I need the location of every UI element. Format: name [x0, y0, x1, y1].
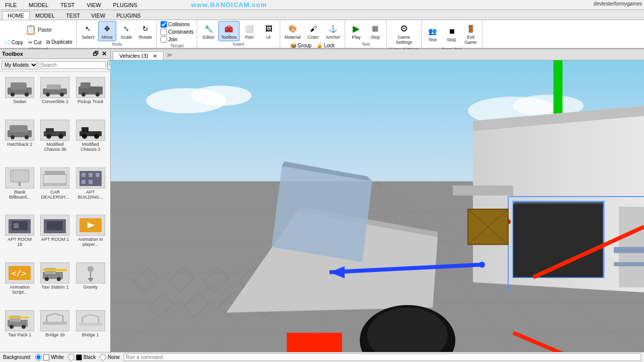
bg-option-none[interactable]: None	[100, 354, 120, 360]
menu-model[interactable]: MODEL	[26, 1, 51, 9]
btn-game-settings[interactable]: ⚙ GameSettings	[393, 21, 415, 46]
btn-copy[interactable]: 📄 Copy	[2, 38, 25, 46]
model-name-3: Hatchback 2	[7, 142, 32, 147]
model-item-11[interactable]: Animation in player...	[74, 213, 107, 258]
group-edit: 🎨 Material 🖌 Color ⚓ Anchor 📦 Group 🔒 Lo…	[280, 20, 346, 48]
model-item-9[interactable]: APT ROOM 1b	[3, 213, 36, 258]
command-input[interactable]	[124, 353, 641, 361]
menu-test[interactable]: TEST	[57, 1, 77, 9]
black-swatch	[76, 354, 82, 360]
tab-vehicles3[interactable]: Vehicles (3) ✕	[113, 51, 164, 60]
model-item-15[interactable]: Taxi Pack 1	[3, 308, 36, 349]
btn-team-test[interactable]: 👥 Test	[424, 24, 442, 44]
toolbox-icon: 🧰	[223, 23, 235, 35]
toolbox-header: Toolbox 🗗 ✕	[0, 49, 110, 59]
tab-home[interactable]: HOME	[2, 11, 30, 20]
model-item-12[interactable]: </>Animation Script...	[3, 260, 36, 306]
svg-point-23	[94, 134, 99, 139]
background-label: Background:	[3, 354, 31, 360]
menu-bar: FILE MODEL TEST VIEW PLUGINS www.BANDICA…	[0, 0, 644, 10]
team-test-icon: 👥	[427, 25, 439, 37]
model-item-10[interactable]: APT ROOM 1	[38, 213, 71, 258]
tab-test[interactable]: TEST	[60, 11, 86, 20]
btn-rotate[interactable]: ↻ Rotate	[136, 21, 155, 41]
model-category-select[interactable]: My Models	[2, 61, 38, 69]
model-item-2[interactable]: Pickup Truck	[74, 75, 107, 116]
model-item-1[interactable]: Convertible 2	[38, 75, 71, 116]
svg-rect-27	[44, 175, 66, 183]
bandicam-logo: www.BANDICAM.com	[191, 1, 267, 9]
svg-rect-33	[82, 180, 86, 184]
svg-rect-9	[80, 82, 91, 88]
model-item-17[interactable]: Bridge 1	[74, 308, 107, 349]
btn-stop[interactable]: ⏹ Stop	[366, 21, 384, 41]
btn-editor[interactable]: 🔧 Editor	[199, 21, 217, 41]
white-label: White	[51, 354, 64, 360]
btn-move[interactable]: ✥ Move	[98, 21, 116, 41]
toolbox-restore-btn[interactable]: 🗗	[91, 50, 100, 57]
btn-play[interactable]: ▶ Play	[347, 21, 365, 41]
viewport[interactable]	[111, 60, 644, 352]
btn-toolbox[interactable]: 🧰 Toolbox	[218, 21, 239, 41]
toolbox-filter: My Models 🔍	[0, 59, 110, 72]
model-name-1: Convertible 2	[42, 99, 68, 104]
svg-text:</>: </>	[12, 268, 26, 278]
btn-team-stop[interactable]: ⏹ Stop	[443, 24, 461, 44]
model-thumb-7	[40, 167, 69, 189]
menu-file[interactable]: FILE	[2, 1, 20, 9]
model-thumb-3	[5, 120, 34, 141]
model-item-0[interactable]: Sedan	[3, 75, 36, 116]
svg-point-48	[57, 277, 61, 281]
btn-color[interactable]: 🖌 Color	[304, 21, 323, 41]
model-item-4[interactable]: Modified Chassis 3b	[38, 118, 71, 163]
group-insert: 🔧 Editor 🧰 Toolbox ⬜ Part 🖼 UI	[197, 20, 280, 48]
bg-option-white[interactable]: White	[35, 354, 64, 360]
btn-material[interactable]: 🎨 Material	[282, 21, 303, 41]
btn-group[interactable]: 📦 Group	[288, 42, 314, 49]
btn-cut[interactable]: ✂ Cut	[26, 38, 43, 46]
play-icon: ▶	[350, 23, 362, 35]
part-icon: ⬜	[244, 23, 256, 35]
tab-expand[interactable]: ≫	[164, 50, 176, 60]
svg-point-11	[96, 93, 100, 97]
tab-model[interactable]: MODEL	[30, 11, 60, 20]
menu-plugins[interactable]: PLUGINS	[110, 1, 140, 9]
btn-anchor[interactable]: ⚓ Anchor	[324, 21, 343, 41]
svg-rect-31	[89, 173, 93, 177]
check-collisions[interactable]: Collisions	[160, 21, 194, 28]
menu-view[interactable]: VIEW	[84, 1, 104, 9]
btn-ui[interactable]: 🖼 UI	[260, 21, 278, 41]
collisions-label: Terrain	[170, 43, 184, 48]
model-item-5[interactable]: Modified Chassis 3	[74, 118, 107, 163]
btn-lock[interactable]: 🔒 Lock	[314, 42, 337, 49]
model-item-14[interactable]: Gravity	[74, 260, 107, 306]
tab-view[interactable]: VIEW	[86, 11, 111, 20]
btn-select[interactable]: ↖ Select	[79, 21, 97, 41]
btn-exit-game[interactable]: 🚪 ExitGame	[462, 21, 480, 46]
btn-scale[interactable]: ⤡ Scale	[117, 21, 135, 41]
model-item-7[interactable]: CAR DEALERSH...	[38, 165, 71, 211]
search-input[interactable]	[40, 61, 106, 69]
btn-paste[interactable]: 📋 Paste	[21, 21, 55, 38]
tab-plugins[interactable]: PLUGINS	[111, 11, 146, 20]
toolbox-close-btn[interactable]: ✕	[100, 50, 108, 57]
bg-option-black[interactable]: Black	[68, 354, 96, 360]
model-item-3[interactable]: Hatchback 2	[3, 118, 36, 163]
group-team-test: 👥 Test ⏹ Stop 🚪 ExitGame Team Test	[422, 20, 482, 48]
model-item-13[interactable]: Taxi Station 1	[38, 260, 71, 306]
model-item-6[interactable]: Blank Billboard...	[3, 165, 36, 211]
check-constraints[interactable]: Constraints	[160, 29, 194, 35]
model-name-15: Taxi Pack 1	[8, 332, 31, 337]
svg-point-18	[46, 134, 51, 139]
model-thumb-14	[76, 262, 105, 284]
svg-rect-28	[45, 171, 65, 175]
btn-part[interactable]: ⬜ Part	[240, 21, 259, 41]
model-item-8[interactable]: APT BUILDING...	[74, 165, 107, 211]
model-thumb-9	[5, 215, 34, 236]
btn-duplicate[interactable]: ⧉ Duplicate	[44, 38, 74, 46]
tab-close-vehicles[interactable]: ✕	[153, 53, 157, 59]
model-item-16[interactable]: Bridge 1b	[38, 308, 71, 349]
svg-point-19	[58, 134, 63, 139]
check-join[interactable]: Join	[160, 36, 194, 43]
svg-line-60	[47, 314, 55, 316]
